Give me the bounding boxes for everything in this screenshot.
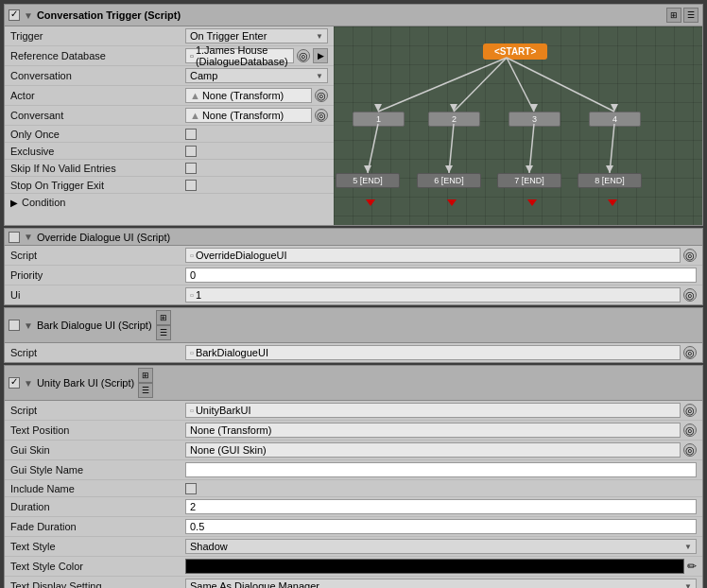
text-display-dropdown-arrow: ▼ (684, 582, 692, 589)
priority-label: Priority (10, 269, 185, 281)
stop-label: Stop On Trigger Exit (10, 180, 185, 191)
unity-bark-title: Unity Bark UI (Script) (37, 377, 134, 389)
ui-icon: ▫ (190, 289, 194, 301)
conversant-value: ▲ None (Transform) ◎ (185, 108, 328, 123)
unity-script-label: Script (10, 405, 185, 416)
ui-row: Ui ▫ 1 ◎ (5, 285, 702, 304)
actor-target-icon[interactable]: ◎ (315, 89, 328, 102)
reference-db-label: Reference Database (10, 50, 185, 61)
condition-expand-icon[interactable]: ▶ (10, 198, 18, 208)
stop-checkbox[interactable] (185, 180, 197, 191)
graph-connections (334, 26, 702, 225)
svg-marker-15 (606, 165, 613, 173)
settings-icon[interactable]: ⊞ (666, 8, 681, 23)
svg-marker-14 (526, 165, 533, 173)
conversation-trigger-checkbox[interactable] (9, 9, 20, 21)
gui-skin-target[interactable]: ◎ (683, 443, 697, 457)
unity-script-target[interactable]: ◎ (683, 404, 697, 417)
color-swatch[interactable] (185, 559, 684, 574)
override-dialogue-title: Override Dialogue UI (Script) (37, 232, 170, 243)
dropdown-arrow: ▼ (316, 32, 323, 41)
header-icons: ⊞ ☰ (666, 8, 698, 23)
override-dialogue-checkbox[interactable] (9, 232, 20, 243)
ui-target-icon[interactable]: ◎ (683, 288, 697, 302)
duration-field[interactable]: 2 (185, 499, 697, 514)
db-arrow-icon[interactable]: ▶ (313, 48, 328, 63)
bark-settings-icon[interactable]: ⊞ (156, 310, 171, 325)
text-style-color-value: ✏ (185, 559, 697, 574)
conversation-trigger-body: Trigger On Trigger Enter ▼ Reference Dat… (5, 26, 702, 225)
include-name-row: Include Name (5, 480, 702, 497)
unity-bark-settings-icon[interactable]: ⊞ (138, 368, 153, 383)
ui-value: ▫ 1 ◎ (185, 287, 697, 303)
text-position-row: Text Position None (Transform) ◎ (5, 421, 702, 441)
conversant-row: Conversant ▲ None (Transform) ◎ (5, 106, 334, 126)
trigger-dropdown[interactable]: On Trigger Enter ▼ (185, 28, 328, 43)
text-position-label: Text Position (10, 424, 185, 436)
actor-icon: ▲ (190, 90, 200, 101)
skip-checkbox[interactable] (185, 163, 197, 174)
override-script-value: ▫ OverrideDialogueUI ◎ (185, 248, 697, 263)
fade-duration-field[interactable]: 0.5 (185, 519, 697, 534)
main-container: ▼ Conversation Trigger (Script) ⊞ ☰ Trig… (0, 0, 707, 588)
unity-script-value: ▫ UnityBarkUI ◎ (185, 403, 697, 418)
duration-label: Duration (10, 501, 185, 512)
text-style-dropdown[interactable]: Shadow ▼ (185, 539, 697, 554)
text-style-dropdown-arrow: ▼ (684, 543, 692, 551)
override-script-row: Script ▫ OverrideDialogueUI ◎ (5, 246, 702, 266)
trigger-row: Trigger On Trigger Enter ▼ (5, 26, 334, 46)
bark-script-value: ▫ BarkDialogueUI ◎ (185, 345, 697, 360)
conversation-value: Camp ▼ (185, 68, 328, 83)
svg-marker-12 (364, 165, 371, 173)
actor-value: ▲ None (Transform) ◎ (185, 88, 328, 103)
bark-script-target[interactable]: ◎ (683, 346, 697, 359)
conversation-dropdown[interactable]: Camp ▼ (185, 68, 328, 83)
menu-icon[interactable]: ☰ (683, 8, 698, 23)
db-target-icon[interactable]: ◎ (297, 49, 310, 62)
skip-value (185, 163, 328, 174)
only-once-value (185, 129, 328, 140)
only-once-label: Only Once (10, 129, 185, 140)
actor-row: Actor ▲ None (Transform) ◎ (5, 86, 334, 106)
gui-skin-row: Gui Skin None (GUI Skin) ◎ (5, 441, 702, 460)
text-position-target[interactable]: ◎ (683, 424, 697, 437)
gui-style-name-field[interactable] (185, 462, 697, 477)
bark-dialogue-title: Bark Dialogue UI (Script) (37, 320, 152, 331)
override-script-target[interactable]: ◎ (683, 249, 697, 262)
text-display-setting-value: Same As Dialogue Manager ▼ (185, 579, 697, 588)
bark-menu-icon[interactable]: ☰ (156, 325, 171, 340)
priority-field[interactable]: 0 (185, 268, 697, 283)
svg-line-3 (507, 58, 614, 112)
text-display-setting-dropdown[interactable]: Same As Dialogue Manager ▼ (185, 579, 697, 588)
bark-dialogue-checkbox[interactable] (9, 320, 20, 331)
exclusive-row: Exclusive (5, 143, 334, 160)
stop-value (185, 180, 328, 191)
unity-bark-menu-icon[interactable]: ☰ (138, 383, 153, 398)
bark-script-row: Script ▫ BarkDialogueUI ◎ (5, 343, 702, 362)
bark-script-label: Script (10, 347, 185, 358)
svg-line-0 (378, 58, 507, 112)
conversant-target-icon[interactable]: ◎ (315, 109, 328, 122)
text-display-setting-row: Text Display Setting Same As Dialogue Ma… (5, 577, 702, 588)
priority-row: Priority 0 (5, 266, 702, 285)
pencil-icon[interactable]: ✏ (687, 560, 697, 573)
bark-dialogue-panel: ▼ Bark Dialogue UI (Script) ⊞ ☰ Script ▫… (4, 307, 703, 363)
graph-canvas[interactable]: <START> 1 2 3 4 5 [END] 6 [END] 7 [END] … (334, 26, 702, 225)
unity-script-row: Script ▫ UnityBarkUI ◎ (5, 401, 702, 421)
reference-db-value: ▫ 1.James House (DialogueDatabase) ◎ ▶ (185, 48, 328, 63)
skip-row: Skip If No Valid Entries (5, 160, 334, 177)
gui-skin-value: None (GUI Skin) ◎ (185, 442, 697, 458)
override-script-icon: ▫ (190, 250, 194, 261)
svg-marker-13 (445, 165, 453, 173)
trigger-value: On Trigger Enter ▼ (185, 28, 328, 43)
stop-row: Stop On Trigger Exit (5, 177, 334, 194)
only-once-checkbox[interactable] (185, 129, 197, 140)
exclusive-checkbox[interactable] (185, 146, 197, 157)
conversation-trigger-header: ▼ Conversation Trigger (Script) ⊞ ☰ (5, 5, 702, 26)
unity-bark-checkbox[interactable] (9, 377, 20, 389)
include-name-checkbox[interactable] (185, 483, 197, 494)
text-position-field: None (Transform) (185, 423, 681, 438)
actor-label: Actor (10, 90, 185, 101)
duration-row: Duration 2 (5, 497, 702, 517)
reference-db-field: ▫ 1.James House (DialogueDatabase) (185, 48, 294, 63)
